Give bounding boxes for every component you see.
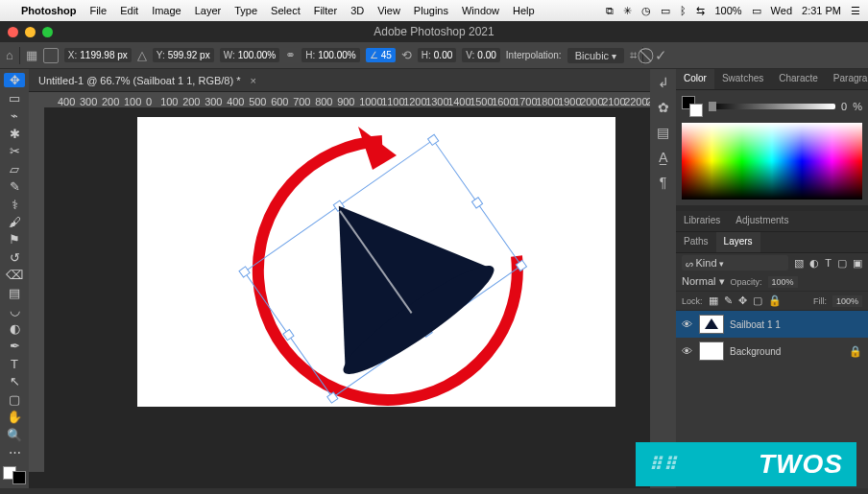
tab-libraries[interactable]: Libraries xyxy=(676,211,728,231)
rotate-icon[interactable]: ⟲ xyxy=(401,48,412,62)
menu-edit[interactable]: Edit xyxy=(120,5,138,16)
hskew-value[interactable]: 0.00 xyxy=(434,50,452,60)
eraser-tool[interactable]: ⌫ xyxy=(4,268,25,282)
layer-visibility-icon[interactable]: 👁 xyxy=(682,318,693,330)
stamp-tool[interactable]: ⚑ xyxy=(4,232,25,247)
lock-transparency-icon[interactable]: ▦ xyxy=(709,294,718,307)
ruler-horizontal[interactable]: 4003002001000100200300400500600700800900… xyxy=(29,92,650,107)
opacity-value[interactable]: 100% xyxy=(768,276,798,288)
transform-ref-icon[interactable]: ▦ xyxy=(26,48,37,62)
dodge-tool[interactable]: ◐ xyxy=(4,321,25,336)
w-value[interactable]: 100.00% xyxy=(238,50,276,60)
path-tool[interactable]: ↖ xyxy=(4,374,25,388)
canvas[interactable] xyxy=(137,117,615,407)
wand-tool[interactable]: ✱ xyxy=(4,126,25,140)
menu-filter[interactable]: Filter xyxy=(314,5,337,16)
paragraph-icon[interactable]: ¶ xyxy=(660,175,667,190)
clock-icon[interactable]: ◷ xyxy=(641,5,651,17)
minimize-window-button[interactable] xyxy=(25,27,36,37)
layer-name[interactable]: Sailboat 1 1 xyxy=(730,319,781,330)
tab-swatches[interactable]: Swatches xyxy=(714,69,771,89)
menu-3d[interactable]: 3D xyxy=(350,5,364,16)
frame-tool[interactable]: ▱ xyxy=(4,161,25,176)
vskew-value[interactable]: 0.00 xyxy=(477,50,495,60)
tab-color[interactable]: Color xyxy=(676,69,714,89)
layer-row[interactable]: 👁 Sailboat 1 1 xyxy=(676,311,868,338)
fill-value[interactable]: 100% xyxy=(832,295,862,307)
menu-layer[interactable]: Layer xyxy=(195,5,222,16)
menu-image[interactable]: Image xyxy=(152,5,181,16)
layer-name[interactable]: Background xyxy=(730,346,781,357)
menu-select[interactable]: Select xyxy=(271,5,301,16)
shape-tool[interactable]: ▢ xyxy=(4,391,25,406)
heal-tool[interactable]: ⚕ xyxy=(4,197,25,211)
properties-icon[interactable]: ▤ xyxy=(657,125,669,140)
color-foreground-background[interactable] xyxy=(682,96,703,117)
menu-type[interactable]: Type xyxy=(234,5,257,16)
menu-help[interactable]: Help xyxy=(513,5,535,16)
lasso-tool[interactable]: ⌁ xyxy=(4,108,25,123)
layer-filter-kind[interactable]: ᔕ Kind ▾ xyxy=(682,255,788,271)
reference-point-grid[interactable] xyxy=(43,48,59,63)
ruler-vertical[interactable] xyxy=(29,107,44,472)
tab-paragraph[interactable]: Paragrap xyxy=(826,69,868,89)
commit-transform-button[interactable]: ✓ xyxy=(655,47,667,64)
pen-tool[interactable]: ✒ xyxy=(4,339,25,353)
filter-image-icon[interactable]: ▧ xyxy=(794,257,804,270)
marquee-tool[interactable]: ▭ xyxy=(4,90,25,105)
layer-thumbnail[interactable] xyxy=(699,315,724,334)
layer-thumbnail[interactable] xyxy=(699,341,724,361)
brightness-slider[interactable] xyxy=(709,104,835,109)
hand-tool[interactable]: ✋ xyxy=(4,410,25,424)
brush-tool[interactable]: 🖌 xyxy=(4,215,25,229)
blur-tool[interactable]: ◡ xyxy=(4,303,25,318)
history-brush-tool[interactable]: ↺ xyxy=(4,250,25,265)
tab-adjustments[interactable]: Adjustments xyxy=(728,211,796,231)
gradient-tool[interactable]: ▤ xyxy=(4,286,25,300)
zoom-tool[interactable]: 🔍 xyxy=(4,427,25,441)
tab-character[interactable]: Characte xyxy=(771,69,826,89)
bluetooth-icon[interactable]: ᛒ xyxy=(680,5,687,16)
color-spectrum[interactable] xyxy=(682,123,862,200)
lock-artboard-icon[interactable]: ▢ xyxy=(753,294,762,307)
h-value[interactable]: 100.00% xyxy=(318,50,355,60)
history-icon[interactable]: ↲ xyxy=(658,75,669,90)
display-icon[interactable]: ▭ xyxy=(661,5,670,17)
crop-tool[interactable]: ✂ xyxy=(4,144,25,158)
lock-position-icon[interactable]: ✥ xyxy=(738,294,747,307)
type-tool[interactable]: T xyxy=(4,357,25,371)
filter-type-icon[interactable]: T xyxy=(825,257,832,269)
lock-brush-icon[interactable]: ✎ xyxy=(724,294,733,307)
close-window-button[interactable] xyxy=(8,27,18,37)
interp-select[interactable]: Bicubic ▾ xyxy=(567,48,624,63)
eyedropper-tool[interactable]: ✎ xyxy=(4,179,25,194)
tab-layers[interactable]: Layers xyxy=(716,232,760,252)
delta-icon[interactable]: △ xyxy=(137,48,147,62)
menu-file[interactable]: File xyxy=(89,5,107,16)
zoom-window-button[interactable] xyxy=(42,27,53,37)
tab-paths[interactable]: Paths xyxy=(676,232,716,252)
layer-row[interactable]: 👁 Background 🔒 xyxy=(676,338,868,365)
edit-toolbar[interactable]: ⋯ xyxy=(4,445,25,459)
menu-plugins[interactable]: Plugins xyxy=(414,5,448,16)
brushes-icon[interactable]: ✿ xyxy=(658,100,669,115)
x-value[interactable]: 1199.98 px xyxy=(80,50,128,60)
move-tool[interactable]: ✥ xyxy=(4,73,25,87)
slider-value[interactable]: 0 xyxy=(841,101,847,112)
warp-icon[interactable]: ⌗ xyxy=(630,48,637,63)
filter-shape-icon[interactable]: ▢ xyxy=(837,257,847,270)
menu-window[interactable]: Window xyxy=(462,5,499,16)
link-icon[interactable]: ⚭ xyxy=(285,48,296,62)
filter-adj-icon[interactable]: ◐ xyxy=(809,257,819,270)
close-tab-icon[interactable]: × xyxy=(251,75,256,86)
y-value[interactable]: 599.92 px xyxy=(168,50,210,60)
character-icon[interactable]: A̲ xyxy=(659,150,668,165)
color-swatches[interactable] xyxy=(3,466,26,484)
angle-value[interactable]: 45 xyxy=(381,50,392,60)
document-tab[interactable]: Untitled-1 @ 66.7% (Sailboat 1 1, RGB/8)… xyxy=(29,69,650,92)
app-name[interactable]: Photoshop xyxy=(21,5,76,16)
lock-all-icon[interactable]: 🔒 xyxy=(768,294,782,307)
menu-view[interactable]: View xyxy=(377,5,400,16)
battery-icon[interactable]: ▭ xyxy=(752,5,761,17)
dropbox-icon[interactable]: ⧉ xyxy=(606,5,614,17)
